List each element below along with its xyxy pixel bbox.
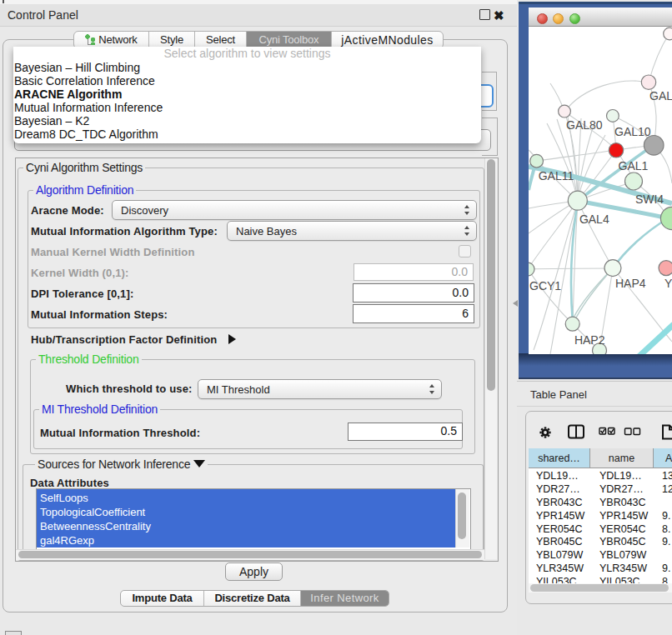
svg-text:GCY1: GCY1 <box>529 279 561 292</box>
svg-text:GAL11: GAL11 <box>539 169 574 182</box>
svg-text:SWI4: SWI4 <box>635 192 664 206</box>
svg-text:GAL4: GAL4 <box>579 212 609 226</box>
svg-text:Y: Y <box>664 277 672 290</box>
svg-text:GAL80: GAL80 <box>566 118 603 132</box>
svg-text:GAL10: GAL10 <box>614 125 651 138</box>
svg-text:HAP2: HAP2 <box>574 333 605 347</box>
svg-text:HAP4: HAP4 <box>615 277 646 290</box>
svg-text:GAL1: GAL1 <box>619 159 649 172</box>
svg-text:GAL8: GAL8 <box>649 89 672 102</box>
